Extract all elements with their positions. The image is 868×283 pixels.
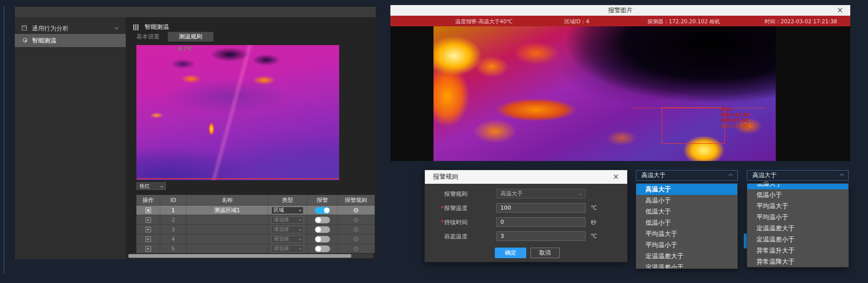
rule-listbox-b: 低温大于 低温小于 平均温大于 平均温小于 定温温差大于 定温温差小于 异常温升… xyxy=(747,183,849,267)
sidebar-item-label: 智能测温 xyxy=(32,36,56,45)
table-horizontal-scrollbar[interactable] xyxy=(128,254,373,258)
roi-max: MAX:45.8C xyxy=(721,112,750,117)
option[interactable]: 定温温差大于 xyxy=(636,251,737,262)
banner-time-text: 时间：2022-03-02 17:21:38 xyxy=(765,18,837,25)
sidebar-item-smart-thermometry[interactable]: 智能测温 xyxy=(15,34,126,47)
alarm-toggle[interactable] xyxy=(315,207,330,214)
alarm-toggle[interactable] xyxy=(315,217,330,223)
col-header-alarm-rule: 报警规则 xyxy=(338,195,374,205)
alarm-toggle[interactable] xyxy=(315,246,330,252)
table-horizontal-scrollbar-thumb[interactable] xyxy=(128,254,351,258)
type-select[interactable]: 请选择 xyxy=(271,226,304,233)
option[interactable]: 平均温小于 xyxy=(636,239,737,251)
cell-id: 1 xyxy=(160,206,187,215)
unit-seconds: 秒 xyxy=(591,219,596,226)
table-row: + 3 请选择 ⚙ xyxy=(136,224,375,234)
sidebar-group-behavior-analysis[interactable]: 通用行为分析 xyxy=(15,23,126,34)
alarm-image-canvas: ID:4 MAX:45.8C MIN:25.0C AVG:25.9C xyxy=(390,26,850,161)
chevron-up-icon xyxy=(729,173,733,177)
palette-select[interactable]: 铁红 xyxy=(136,182,166,190)
thermometer-icon xyxy=(23,38,27,43)
table-row: + 5 请选择 ⚙ xyxy=(136,244,375,253)
alarm-image-titlebar: 报警图片 × xyxy=(390,5,850,16)
tab-thermometry-rules[interactable]: 测温规则 xyxy=(168,32,213,42)
grid-icon xyxy=(22,25,27,30)
cell-name xyxy=(187,225,268,234)
option[interactable]: 定温温差小于 xyxy=(636,262,737,269)
gear-icon[interactable]: ⚙ xyxy=(353,226,359,233)
type-select[interactable]: 请选择 xyxy=(271,216,304,224)
content-area: 智能测温 基本设置 测温规则 -9.7℃ 铁红 操作 ID 名称 类型 报警 报… xyxy=(126,17,376,259)
option[interactable]: 定温温差小于 xyxy=(747,234,848,245)
chevron-down-icon xyxy=(299,247,302,250)
duration-input[interactable]: 0 xyxy=(496,217,586,227)
field-label-alarm-temp: 报警温度 xyxy=(444,205,467,212)
field-label-duration: 持续时间 xyxy=(444,219,467,226)
close-icon[interactable]: × xyxy=(837,7,843,14)
option[interactable]: 异常温降大于 xyxy=(747,256,848,267)
option[interactable]: 低温小于 xyxy=(747,189,848,200)
roi-avg: AVG:25.9C xyxy=(721,123,750,129)
smart-thermometry-window: 通用行为分析 智能测温 智能测温 基本设置 测温规则 -9.7℃ 铁红 xyxy=(14,6,375,259)
sidebar: 通用行为分析 智能测温 xyxy=(15,17,126,259)
type-select[interactable]: 请选择 xyxy=(271,245,304,253)
option[interactable]: 低温小于 xyxy=(636,217,737,228)
option[interactable]: 平均温大于 xyxy=(747,200,848,212)
add-region-icon[interactable]: + xyxy=(146,227,151,232)
confirm-button[interactable]: 确定 xyxy=(495,248,526,258)
unit-celsius: ℃ xyxy=(591,205,597,211)
type-select[interactable]: 区域 xyxy=(271,207,304,214)
alarm-toggle[interactable] xyxy=(315,226,330,233)
option[interactable]: 异常温升大于 xyxy=(747,245,848,256)
option[interactable]: 高温大于 xyxy=(636,184,737,195)
add-region-icon[interactable]: + xyxy=(146,236,151,242)
temperature-overlay-label: -9.7℃ xyxy=(177,46,193,52)
option[interactable]: 低温大于 xyxy=(636,206,737,217)
banner-alarm-text: 温度报警-高温大于40℃ xyxy=(455,18,513,25)
col-header-id: ID xyxy=(160,195,187,205)
col-header-alarm: 报警 xyxy=(307,195,338,205)
option[interactable]: 定温温差大于 xyxy=(747,223,848,234)
add-region-icon[interactable]: + xyxy=(146,217,151,223)
add-region-icon[interactable]: + xyxy=(146,246,151,252)
option[interactable]: 平均温小于 xyxy=(747,212,848,223)
field-label-rule: 报警规则 xyxy=(444,190,467,198)
close-icon[interactable]: × xyxy=(612,173,619,181)
chevron-down-icon xyxy=(299,237,302,240)
alarm-temp-input[interactable]: 100 xyxy=(496,203,586,213)
roi-min: MIN:25.0C xyxy=(721,117,750,123)
required-marker: * xyxy=(441,219,444,226)
gear-icon[interactable]: ⚙ xyxy=(353,235,359,243)
option[interactable]: 平均温大于 xyxy=(636,228,737,239)
alarm-image-window: 报警图片 × 温度报警-高温大于40℃ 区域ID：4 探测器：172.20.20… xyxy=(390,5,850,161)
banner-detector-text: 探测器：172.20.20.102 相机 xyxy=(647,18,720,25)
type-select[interactable]: 请选择 xyxy=(271,235,304,243)
table-row: + 4 请选择 ⚙ xyxy=(136,234,375,244)
rule-type-select[interactable]: 高温大于 xyxy=(496,189,586,198)
cell-id: 3 xyxy=(160,225,187,234)
rule-select-a[interactable]: 高温大于 xyxy=(636,170,738,181)
window-top-bar xyxy=(15,7,376,17)
alarm-rule-title: 报警规则 xyxy=(433,173,458,181)
palette-value: 铁红 xyxy=(139,183,150,190)
chevron-up-icon xyxy=(840,173,844,177)
table-row: + 2 请选择 ⚙ xyxy=(136,215,375,224)
cell-id: 5 xyxy=(160,244,187,253)
cell-id: 2 xyxy=(160,215,187,224)
banner-region-text: 区域ID：4 xyxy=(564,18,589,25)
left-accent-line xyxy=(4,6,5,273)
option-partially-scrolled[interactable]: 低温大于 xyxy=(747,184,848,189)
tolerance-input[interactable]: 3 xyxy=(496,231,586,241)
gear-icon[interactable]: ⚙ xyxy=(353,245,359,253)
chevron-down-icon xyxy=(299,209,302,212)
gear-icon[interactable]: ⚙ xyxy=(353,207,359,214)
option[interactable]: 高温小于 xyxy=(636,195,737,206)
tab-basic-settings[interactable]: 基本设置 xyxy=(130,32,166,42)
required-marker: * xyxy=(441,205,444,212)
thermometry-rules-table: 操作 ID 名称 类型 报警 报警规则 1 测温区域1 区域 ⚙ + 2 xyxy=(136,195,375,253)
edit-region-icon[interactable] xyxy=(146,208,151,213)
cancel-button[interactable]: 取消 xyxy=(530,248,560,258)
alarm-toggle[interactable] xyxy=(315,236,330,242)
gear-icon[interactable]: ⚙ xyxy=(353,216,359,224)
rule-select-b[interactable]: 高温大于 xyxy=(747,170,849,181)
